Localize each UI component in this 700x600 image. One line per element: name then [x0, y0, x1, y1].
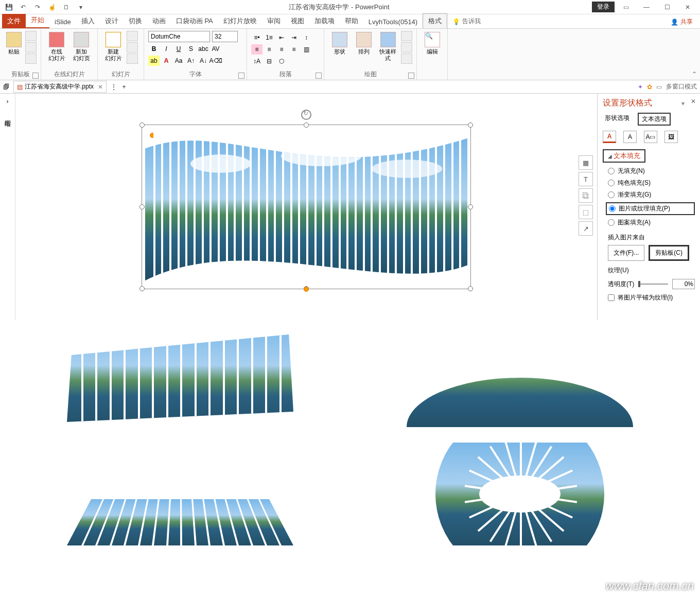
align-text-icon[interactable]: ⊟ — [264, 56, 275, 66]
align-center-icon[interactable]: ≡ — [264, 44, 275, 55]
spacing-icon[interactable]: AV — [210, 44, 221, 54]
text-fill-section[interactable]: 文本填充 — [603, 149, 645, 163]
text-fill-outline-icon[interactable]: A — [603, 131, 616, 143]
font-name-select[interactable] — [148, 31, 210, 42]
insert-from-file-button[interactable]: 文件(F)... — [608, 245, 644, 261]
copy-icon[interactable] — [25, 42, 37, 52]
transparency-value[interactable] — [672, 279, 695, 289]
close-icon[interactable]: ✕ — [678, 1, 697, 14]
new-tab-icon[interactable]: ＋ — [121, 82, 127, 91]
layout-tool-icon[interactable]: ▦ — [579, 155, 593, 170]
change-case-icon[interactable]: Aa — [173, 56, 184, 66]
insert-from-clipboard-button[interactable]: 剪贴板(C) — [649, 245, 689, 261]
ribbon-options-icon[interactable]: ▭ — [617, 1, 635, 14]
textbox-icon[interactable]: A▭ — [644, 131, 657, 143]
tab-recover-icon[interactable]: 🗐 — [3, 83, 9, 91]
slide-canvas[interactable]: ▦ T ⿻ ⬚ ↗ — [15, 94, 597, 320]
text-direction-icon[interactable]: ↕A — [251, 56, 262, 66]
tab-kouda[interactable]: 口袋动画 PA — [171, 14, 218, 28]
underline-icon[interactable]: U — [173, 44, 184, 54]
collapse-ribbon-icon[interactable]: ⌃ — [692, 70, 697, 78]
selected-shape[interactable] — [142, 125, 471, 289]
tab-insert[interactable]: 插入 — [76, 14, 100, 28]
resize-handle-sw[interactable] — [139, 286, 145, 291]
rotate-handle[interactable] — [301, 110, 311, 120]
new-icon[interactable]: 🗋 — [61, 2, 72, 13]
italic-icon[interactable]: I — [161, 44, 172, 54]
paragraph-launcher[interactable] — [316, 73, 322, 79]
group-tool-icon[interactable]: ⬚ — [579, 205, 593, 219]
strike-icon[interactable]: S — [185, 44, 197, 54]
pattern-fill-radio[interactable]: 图案填充(A) — [608, 218, 695, 227]
text-effects-icon[interactable]: A — [623, 131, 637, 143]
paste-button[interactable]: 粘贴 — [4, 31, 23, 56]
columns-icon[interactable]: ▥ — [301, 44, 312, 55]
tab-file[interactable]: 文件 — [2, 14, 26, 28]
drawing-launcher[interactable] — [408, 73, 414, 79]
new-slide-button[interactable]: 新建 幻灯片 — [102, 31, 125, 63]
gear-icon[interactable]: ✿ — [647, 83, 652, 91]
tab-view[interactable]: 视图 — [286, 14, 309, 28]
cut-icon[interactable] — [25, 31, 37, 41]
quick-styles-button[interactable]: 快速样式 — [377, 31, 399, 63]
shapes-button[interactable]: 形状 — [328, 31, 351, 56]
tab-transition[interactable]: 切换 — [124, 14, 147, 28]
resize-handle-n[interactable] — [304, 122, 309, 128]
undo-icon[interactable]: ↶ — [18, 2, 29, 13]
redo-icon[interactable]: ↷ — [32, 2, 43, 13]
bold-icon[interactable]: B — [148, 44, 160, 54]
tab-home[interactable]: 开始 — [26, 13, 49, 28]
transparency-slider[interactable] — [638, 284, 668, 285]
tab-menu-icon[interactable]: ⋮ — [111, 83, 117, 91]
online-slides-button[interactable]: 在线 幻灯片 — [45, 31, 68, 63]
shape-options-tab[interactable]: 形状选项 — [603, 113, 632, 126]
layout-icon[interactable] — [127, 31, 138, 41]
minimize-icon[interactable]: — — [637, 1, 656, 14]
clipboard-launcher[interactable] — [32, 73, 39, 79]
bullets-icon[interactable]: ≡• — [251, 32, 262, 43]
pane-menu-icon[interactable]: ▾ — [681, 100, 685, 107]
tab-islide[interactable]: iSlide — [49, 15, 76, 28]
resize-handle-se[interactable] — [468, 286, 473, 291]
picture-texture-fill-radio[interactable]: 图片或纹理填充(P) — [606, 202, 695, 215]
text-tool-icon[interactable]: T — [579, 172, 593, 186]
font-launcher[interactable] — [238, 73, 244, 79]
shadow-icon[interactable]: abc — [198, 44, 209, 54]
tell-me[interactable]: 💡告诉我 — [447, 14, 486, 28]
tab-design[interactable]: 设计 — [100, 14, 124, 28]
multi-window-label[interactable]: 多窗口模式 — [666, 82, 697, 91]
gradient-fill-radio[interactable]: 渐变填充(G) — [608, 190, 695, 199]
maximize-icon[interactable]: ☐ — [658, 1, 676, 14]
tab-format[interactable]: 格式 — [423, 13, 447, 28]
texture-label[interactable]: 纹理(U) — [608, 266, 695, 275]
magic-icon[interactable]: ✦ — [638, 83, 643, 91]
arrange-button[interactable]: 排列 — [353, 31, 375, 56]
qat-more-icon[interactable]: ▾ — [75, 2, 86, 13]
shape-outline-icon[interactable] — [401, 42, 412, 52]
resize-handle-ne[interactable] — [468, 122, 473, 128]
adjust-handle-b[interactable] — [304, 287, 309, 292]
indent-right-icon[interactable]: ⇥ — [288, 32, 300, 43]
clear-format-icon[interactable]: A⌫ — [210, 56, 221, 66]
tab-slideshow[interactable]: 幻灯片放映 — [218, 14, 262, 28]
reset-icon[interactable] — [127, 42, 138, 52]
share-button[interactable]: 👤共享 — [666, 15, 698, 28]
tab-lvyh[interactable]: LvyhTools(0514) — [363, 15, 423, 28]
align-right-icon[interactable]: ≡ — [276, 44, 287, 55]
font-size-select[interactable] — [212, 31, 238, 42]
expand-rail-icon[interactable]: › — [7, 98, 9, 105]
line-spacing-icon[interactable]: ↕ — [301, 32, 312, 43]
font-color-icon[interactable]: A — [161, 56, 172, 66]
highlight-icon[interactable]: ab — [148, 56, 160, 66]
solid-fill-radio[interactable]: 纯色填充(S) — [608, 179, 695, 187]
close-tab-icon[interactable]: ✕ — [98, 83, 103, 91]
shape-effects-icon[interactable] — [401, 54, 412, 64]
section-icon[interactable] — [127, 54, 138, 64]
multi-window-icon[interactable]: ▭ — [656, 83, 662, 91]
tab-review[interactable]: 审阅 — [262, 14, 286, 28]
numbering-icon[interactable]: 1≡ — [264, 32, 275, 43]
copy-tool-icon[interactable]: ⿻ — [579, 188, 593, 203]
resize-handle-w[interactable] — [139, 204, 145, 209]
tile-as-texture-checkbox[interactable]: 将图片平铺为纹理(I) — [608, 293, 695, 302]
indent-left-icon[interactable]: ⇤ — [276, 32, 287, 43]
